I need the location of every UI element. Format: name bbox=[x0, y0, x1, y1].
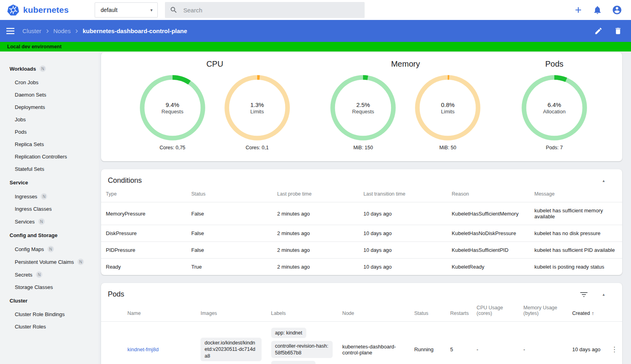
sidebar-item-ingress-classes[interactable]: Ingress Classes bbox=[0, 203, 99, 215]
sidebar-item-stateful-sets[interactable]: Stateful Sets bbox=[0, 163, 99, 175]
chart-title-memory: Memory bbox=[391, 59, 420, 69]
collapse-pods-button[interactable]: ▲ bbox=[602, 293, 605, 297]
column-header-labels[interactable]: Labels bbox=[266, 301, 337, 322]
donut-value: 1.3% bbox=[250, 101, 264, 108]
pod-name-link[interactable]: kindnet-fmj8d bbox=[127, 346, 159, 352]
sidebar-item-cluster-roles[interactable]: Cluster Roles bbox=[0, 320, 99, 333]
chart-title-cpu: CPU bbox=[206, 59, 223, 69]
add-resource-button[interactable] bbox=[573, 5, 583, 15]
sidebar-section-service[interactable]: Service bbox=[0, 175, 99, 190]
pencil-icon bbox=[594, 27, 603, 35]
column-header-status[interactable]: Status bbox=[409, 301, 445, 322]
sidebar-item-secrets[interactable]: SecretsN bbox=[0, 268, 99, 281]
condition-cell: kubelet is posting ready status bbox=[530, 259, 622, 275]
sidebar-item-replica-sets[interactable]: Replica Sets bbox=[0, 138, 99, 150]
namespaced-badge: N bbox=[48, 246, 54, 252]
delete-button[interactable] bbox=[614, 27, 622, 35]
sidebar-item-services[interactable]: ServicesN bbox=[0, 215, 99, 228]
sidebar-item-persistent-volume-claims[interactable]: Persistent Volume ClaimsN bbox=[0, 255, 99, 268]
sidebar-item-cron-jobs[interactable]: Cron Jobs bbox=[0, 76, 99, 89]
account-button[interactable] bbox=[612, 5, 622, 15]
conditions-title: Conditions bbox=[108, 176, 142, 185]
namespace-selector[interactable]: default ▾ bbox=[95, 2, 158, 18]
condition-cell: False bbox=[187, 225, 272, 242]
sidebar-item-cluster-role-bindings[interactable]: Cluster Role Bindings bbox=[0, 308, 99, 320]
sidebar-item-jobs[interactable]: Jobs bbox=[0, 113, 99, 126]
collapse-conditions-button[interactable]: ▲ bbox=[602, 179, 605, 183]
search-icon bbox=[170, 6, 178, 14]
column-header-node[interactable]: Node bbox=[337, 301, 409, 322]
namespaced-badge: N bbox=[40, 65, 46, 72]
search-input[interactable] bbox=[183, 7, 360, 14]
pods-title: Pods bbox=[108, 290, 124, 299]
menu-button[interactable] bbox=[6, 28, 14, 34]
sidebar-section-workloads[interactable]: WorkloadsN bbox=[0, 61, 99, 76]
condition-cell: KubeletHasNoDiskPressure bbox=[447, 225, 530, 242]
sidebar-item-deployments[interactable]: Deployments bbox=[0, 101, 99, 113]
sidebar-section-config-and-storage[interactable]: Config and Storage bbox=[0, 228, 99, 243]
sidebar-item-pods[interactable]: Pods bbox=[0, 126, 99, 138]
column-header-images[interactable]: Images bbox=[196, 301, 266, 322]
pods-header-row: NameImagesLabelsNodeStatusRestartsCPU Us… bbox=[101, 301, 622, 322]
pod-label-chip: k8s-app: kindnet bbox=[271, 361, 316, 364]
column-header-last-probe-time: Last probe time bbox=[272, 187, 359, 202]
condition-cell: 2 minutes ago bbox=[272, 225, 359, 242]
hamburger-icon bbox=[6, 28, 14, 34]
pod-created: 10 days ago bbox=[568, 322, 606, 364]
breadcrumb-nodes[interactable]: Nodes bbox=[54, 28, 71, 34]
chart-title-pods: Pods bbox=[545, 59, 564, 69]
condition-table-row: PIDPressureFalse2 minutes ago10 days ago… bbox=[101, 242, 622, 259]
edit-button[interactable] bbox=[594, 27, 603, 35]
condition-cell: 10 days ago bbox=[359, 259, 447, 275]
pod-status: Running bbox=[409, 322, 445, 364]
sidebar-item-daemon-sets[interactable]: Daemon Sets bbox=[0, 89, 99, 101]
donut-chart-pods-allocation: 6.4%AllocationPods: 7 bbox=[521, 75, 587, 150]
condition-cell: KubeletHasSufficientPID bbox=[447, 242, 530, 259]
trash-icon bbox=[614, 27, 622, 35]
donut-label: Allocation bbox=[543, 109, 566, 115]
column-header-cpu-usage-cores[interactable]: CPU Usage (cores) bbox=[472, 301, 518, 322]
sidebar-item-storage-classes[interactable]: Storage Classes bbox=[0, 281, 99, 293]
donut-footer: Pods: 7 bbox=[546, 145, 563, 150]
pod-restarts: 5 bbox=[445, 322, 472, 364]
conditions-card: Conditions ▲ TypeStatusLast probe timeLa… bbox=[101, 169, 622, 275]
environment-banner-text: Local dev environment bbox=[7, 44, 62, 49]
filter-button[interactable] bbox=[580, 292, 587, 297]
notifications-button[interactable] bbox=[593, 5, 602, 15]
donut-value: 6.4% bbox=[548, 101, 561, 108]
action-bar: Cluster Nodes kubernetes-dashboard-contr… bbox=[0, 20, 631, 42]
search-bar[interactable] bbox=[165, 2, 365, 18]
condition-cell: DiskPressure bbox=[101, 225, 187, 242]
pod-cpu-usage: - bbox=[472, 322, 518, 364]
column-header-message: Message bbox=[530, 187, 622, 202]
condition-cell: 2 minutes ago bbox=[272, 202, 359, 225]
breadcrumb: Cluster Nodes kubernetes-dashboard-contr… bbox=[22, 28, 187, 35]
donut-chart-cpu-requests: 9.4%RequestsCores: 0,75 bbox=[139, 75, 206, 150]
kubernetes-logo[interactable]: kubernetes bbox=[0, 4, 95, 16]
sidebar-item-replication-controllers[interactable]: Replication Controllers bbox=[0, 150, 99, 163]
sort-ascending-icon: ↑ bbox=[591, 310, 594, 316]
condition-cell: False bbox=[187, 202, 272, 225]
conditions-header-row: TypeStatusLast probe timeLast transition… bbox=[101, 187, 622, 202]
condition-cell: 10 days ago bbox=[359, 202, 447, 225]
donut-footer: MiB: 50 bbox=[439, 145, 456, 150]
donut-label: Limits bbox=[250, 109, 264, 115]
column-header-created[interactable]: Created↑ bbox=[568, 301, 606, 322]
sidebar-item-ingresses[interactable]: IngressesN bbox=[0, 190, 99, 203]
breadcrumb-cluster[interactable]: Cluster bbox=[22, 28, 42, 34]
condition-cell: MemoryPressure bbox=[101, 202, 187, 225]
bell-icon bbox=[593, 5, 602, 15]
condition-cell: KubeletReady bbox=[447, 259, 530, 275]
condition-cell: 10 days ago bbox=[359, 225, 447, 242]
pod-more-actions-button[interactable]: ⋮ bbox=[611, 345, 618, 354]
column-header-name[interactable]: Name bbox=[123, 301, 196, 322]
column-header-restarts[interactable]: Restarts bbox=[445, 301, 472, 322]
sidebar-section-cluster[interactable]: Cluster bbox=[0, 293, 99, 308]
column-header-last-transition-time: Last transition time bbox=[359, 187, 447, 202]
donut-chart-memory-requests: 2.5%RequestsMiB: 150 bbox=[330, 75, 396, 150]
filter-icon bbox=[580, 292, 587, 297]
condition-table-row: DiskPressureFalse2 minutes ago10 days ag… bbox=[101, 225, 622, 242]
sidebar-item-config-maps[interactable]: Config MapsN bbox=[0, 243, 99, 255]
donut-label: Limits bbox=[441, 109, 454, 115]
column-header-memory-usage-bytes[interactable]: Memory Usage (bytes) bbox=[519, 301, 568, 322]
